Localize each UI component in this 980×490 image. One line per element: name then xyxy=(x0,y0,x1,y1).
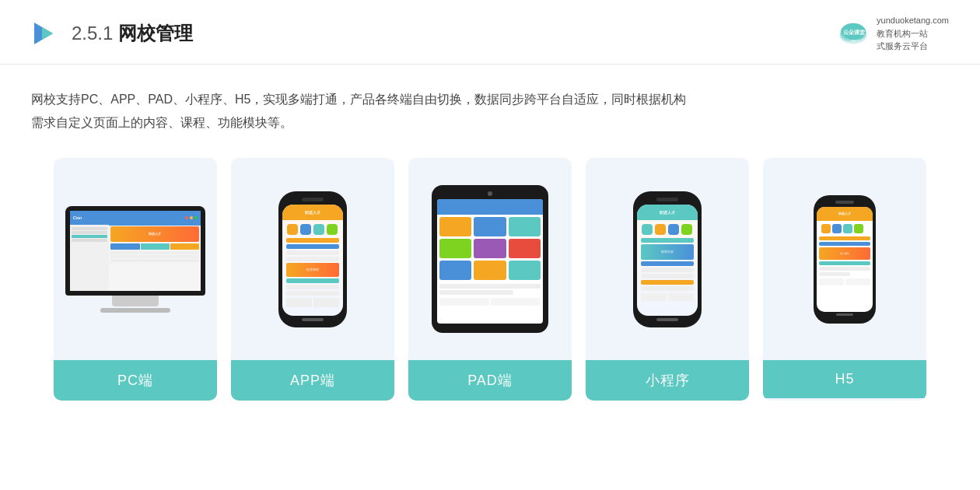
miniprogram-label: 小程序 xyxy=(586,360,749,401)
app-phone-icon: 职进人才 推荐课程 xyxy=(278,191,347,327)
pad-image-area xyxy=(408,158,572,360)
description-line2: 需求自定义页面上的内容、课程、功能模块等。 xyxy=(31,111,949,135)
card-pad: PAD端 xyxy=(408,158,572,401)
brand-tagline: yunduoketang.com 教育机构一站 式服务云平台 xyxy=(877,14,949,53)
miniprogram-image-area: 职进人才 推荐内容 xyxy=(586,158,749,360)
app-image-area: 职进人才 推荐课程 xyxy=(231,158,394,360)
description-block: 网校支持PC、APP、PAD、小程序、H5，实现多端打通，产品各终端自由切换，数… xyxy=(0,65,980,143)
pad-tablet-icon xyxy=(432,185,548,333)
platform-cards: Cion xyxy=(0,142,980,416)
h5-label: H5 xyxy=(763,360,926,398)
card-miniprogram: 职进人才 推荐内容 xyxy=(586,158,749,401)
header: 2.5.1 网校管理 云朵课堂 yunduoketang.com 教育机构一站 … xyxy=(0,0,980,65)
pc-label: PC端 xyxy=(54,360,217,401)
pc-monitor-icon: Cion xyxy=(65,206,205,313)
card-h5: 职进人才 热门课程 xyxy=(763,158,926,401)
miniprogram-phone-icon: 职进人才 推荐内容 xyxy=(633,191,702,327)
svg-marker-1 xyxy=(42,27,53,40)
h5-image-area: 职进人才 热门课程 xyxy=(763,158,926,360)
brand-cloud-icon: 云朵课堂 xyxy=(836,16,870,51)
page-title: 2.5.1 网校管理 xyxy=(72,21,193,46)
card-app: 职进人才 推荐课程 xyxy=(231,158,394,401)
pc-image-area: Cion xyxy=(54,158,217,360)
header-left: 2.5.1 网校管理 xyxy=(31,19,193,47)
description-line1: 网校支持PC、APP、PAD、小程序、H5，实现多端打通，产品各终端自由切换，数… xyxy=(31,88,949,111)
app-label: APP端 xyxy=(231,360,394,401)
pad-label: PAD端 xyxy=(408,360,572,401)
brand-logo: 云朵课堂 yunduoketang.com 教育机构一站 式服务云平台 xyxy=(836,14,949,53)
card-pc: Cion xyxy=(54,158,217,401)
h5-phone-icon: 职进人才 热门课程 xyxy=(814,195,876,324)
svg-text:云朵课堂: 云朵课堂 xyxy=(843,29,866,35)
logo-arrow-icon xyxy=(31,19,59,47)
